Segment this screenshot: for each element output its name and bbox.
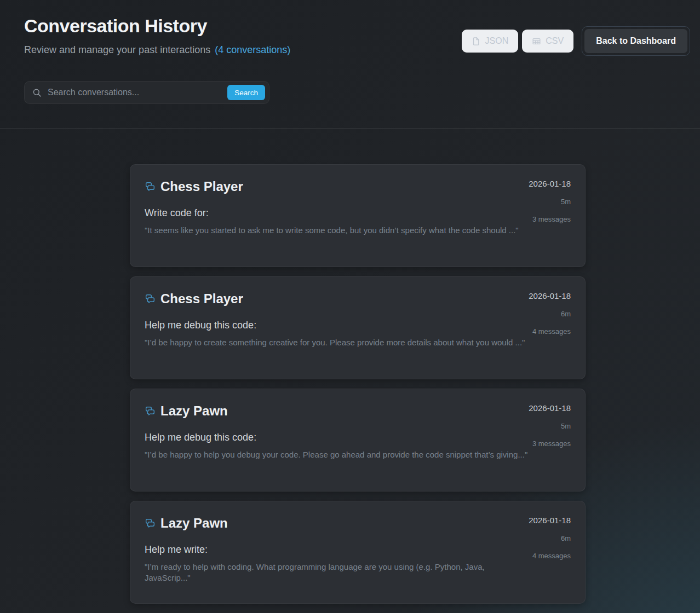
- table-icon: [532, 37, 541, 46]
- card-meta: 2026-01-18 6m 4 messages: [529, 515, 571, 589]
- conversation-count-link[interactable]: (4 conversations): [215, 44, 290, 56]
- conversation-preview-label: Help me debug this code:: [145, 319, 529, 332]
- conversation-card[interactable]: Chess Player Write code for: "It seems l…: [130, 164, 586, 267]
- conversation-duration: 5m: [561, 422, 571, 431]
- conversation-message-count: 3 messages: [532, 215, 571, 224]
- page-header: Conversation History Review and manage y…: [0, 0, 700, 129]
- card-content: Chess Player Help me debug this code: "I…: [145, 291, 529, 365]
- conversation-date: 2026-01-18: [529, 291, 571, 301]
- conversation-preview-label: Help me debug this code:: [145, 431, 529, 444]
- conversation-duration: 6m: [561, 310, 571, 319]
- export-csv-button[interactable]: CSV: [522, 30, 573, 53]
- conversation-message-count: 4 messages: [532, 552, 571, 560]
- conversation-message-count: 4 messages: [532, 327, 571, 336]
- conversation-title: Chess Player: [160, 291, 243, 307]
- export-json-button[interactable]: JSON: [462, 30, 519, 53]
- conversation-date: 2026-01-18: [529, 403, 571, 413]
- back-to-dashboard-link[interactable]: Back to Dashboard: [582, 26, 690, 56]
- conversation-duration: 6m: [561, 534, 571, 543]
- conversation-date: 2026-01-18: [529, 516, 571, 525]
- search-input[interactable]: [42, 88, 227, 97]
- chat-bubbles-icon: [145, 181, 156, 192]
- page-subtitle: Review and manage your past interactions: [24, 44, 210, 56]
- conversation-preview-quote: "I’d be happy to help you debug your cod…: [145, 449, 529, 460]
- card-content: Chess Player Write code for: "It seems l…: [145, 178, 529, 253]
- conversation-title: Chess Player: [160, 178, 243, 195]
- conversation-card[interactable]: Lazy Pawn Help me write: "I’m ready to h…: [130, 501, 586, 604]
- card-header: Lazy Pawn: [145, 403, 529, 419]
- card-header: Chess Player: [145, 178, 529, 195]
- conversation-preview-quote: "I’m ready to help with coding. What pro…: [145, 562, 529, 583]
- conversation-message-count: 3 messages: [532, 439, 571, 448]
- card-content: Lazy Pawn Help me write: "I’m ready to h…: [145, 515, 529, 589]
- conversation-preview-label: Help me write:: [145, 543, 529, 556]
- conversation-preview-label: Write code for:: [145, 206, 529, 219]
- conversation-card[interactable]: Chess Player Help me debug this code: "I…: [130, 276, 586, 379]
- card-meta: 2026-01-18 5m 3 messages: [529, 178, 571, 253]
- header-actions: JSON CSV Back to Dashboard: [462, 26, 690, 56]
- search-box: Search: [24, 81, 269, 104]
- chat-bubbles-icon: [145, 518, 156, 529]
- conversation-preview-quote: "It seems like you started to ask me to …: [145, 225, 529, 236]
- conversation-list: Chess Player Write code for: "It seems l…: [130, 164, 586, 604]
- search-row: Search: [24, 81, 676, 104]
- back-to-dashboard-button[interactable]: Back to Dashboard: [584, 29, 687, 53]
- export-json-label: JSON: [485, 36, 509, 46]
- conversation-preview-quote: "I’d be happy to create something creati…: [145, 337, 529, 348]
- file-icon: [472, 37, 481, 46]
- search-button[interactable]: Search: [227, 85, 265, 100]
- chat-bubbles-icon: [145, 293, 156, 304]
- search-icon: [32, 88, 42, 98]
- card-content: Lazy Pawn Help me debug this code: "I’d …: [145, 403, 529, 477]
- conversation-title: Lazy Pawn: [160, 403, 228, 419]
- chat-bubbles-icon: [145, 406, 156, 417]
- export-csv-label: CSV: [546, 36, 564, 46]
- conversation-card[interactable]: Lazy Pawn Help me debug this code: "I’d …: [130, 389, 586, 491]
- card-header: Chess Player: [145, 291, 529, 307]
- conversation-duration: 5m: [561, 198, 571, 206]
- card-header: Lazy Pawn: [145, 515, 529, 531]
- conversation-date: 2026-01-18: [529, 179, 571, 189]
- card-meta: 2026-01-18 5m 3 messages: [529, 403, 571, 477]
- card-meta: 2026-01-18 6m 4 messages: [529, 291, 571, 365]
- conversation-title: Lazy Pawn: [160, 515, 228, 531]
